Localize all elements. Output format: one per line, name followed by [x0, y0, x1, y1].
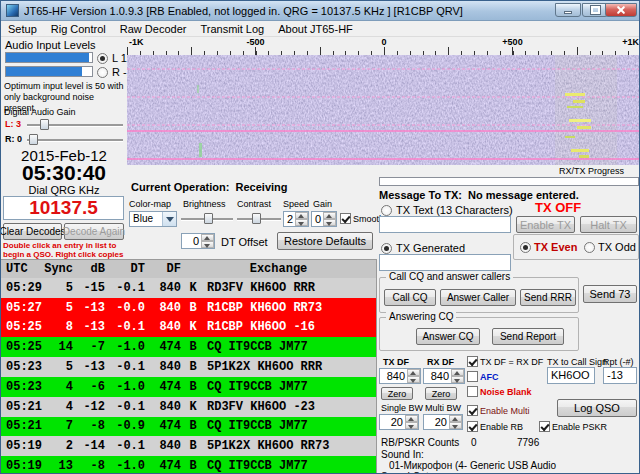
enable-rb-option[interactable]: Enable RB [467, 421, 523, 432]
multi-bw-up-icon[interactable] [449, 415, 462, 422]
noise-blank-option[interactable]: Noise Blank [467, 386, 532, 397]
gain-stepper[interactable]: 0 [311, 211, 337, 227]
log-qso-button[interactable]: Log QSO [557, 399, 637, 417]
noise-blank-checkbox[interactable] [467, 386, 478, 397]
menu-about[interactable]: About JT65-HF [271, 22, 360, 36]
contrast-slider-thumb[interactable] [252, 213, 261, 224]
dt-offset-down-icon[interactable] [201, 241, 214, 248]
halt-tx-button[interactable]: Halt TX [580, 216, 637, 233]
counts-label: RB/PSKR Counts [381, 437, 459, 448]
speed-stepper[interactable]: 2 [283, 211, 309, 227]
enable-rb-checkbox[interactable] [467, 421, 478, 432]
call-cq-group-title: Call CQ and answer callers [386, 271, 513, 283]
single-bw-stepper[interactable]: 20 [379, 414, 419, 430]
enable-multi-checkbox[interactable] [467, 405, 478, 416]
tx-text-radio[interactable] [381, 205, 392, 216]
df-link-checkbox[interactable] [467, 356, 478, 367]
tx-generated-input[interactable] [379, 254, 511, 271]
rx-df-down-icon[interactable] [451, 376, 464, 383]
restore-defaults-button[interactable]: Restore Defaults [277, 232, 373, 250]
tx-df-up-icon[interactable] [407, 369, 420, 376]
contrast-slider[interactable] [237, 212, 281, 225]
cell-mode: K [181, 281, 205, 295]
signal-region-tint [555, 55, 617, 165]
rx-df-up-icon[interactable] [451, 369, 464, 376]
tx-even-radio[interactable] [520, 242, 531, 253]
table-row[interactable]: 05:258-13-0.1840KR1CBP KH6OO -16 [1, 318, 376, 338]
enable-tx-button[interactable]: Enable TX [516, 216, 575, 233]
brightness-slider-thumb[interactable] [204, 213, 213, 224]
gain-down-icon[interactable] [323, 219, 336, 226]
tx-df-zero-button[interactable]: Zero [381, 387, 413, 400]
single-bw-up-icon[interactable] [405, 415, 418, 422]
tx-text-input[interactable] [379, 216, 511, 233]
tx-panel: RX/TX Progress Message To TX: No message… [377, 165, 640, 474]
multi-bw-down-icon[interactable] [449, 422, 462, 429]
chevron-down-icon[interactable] [162, 212, 176, 226]
channel-left-radio[interactable] [97, 53, 108, 64]
send-rrr-button[interactable]: Send RRR [520, 289, 576, 306]
table-row[interactable]: 05:192-14-0.1840B5P1K2X KH6OO RR73 [1, 436, 376, 456]
single-bw-down-icon[interactable] [405, 422, 418, 429]
channel-left-option[interactable]: L 1 [97, 52, 127, 64]
waterfall-display[interactable] [127, 55, 640, 165]
answer-caller-button[interactable]: Answer Caller [440, 289, 516, 306]
tx-odd-option[interactable]: TX Odd [584, 241, 636, 253]
clear-decodes-button[interactable]: Clear Decodes [3, 223, 62, 240]
dt-offset-stepper[interactable]: 0 [181, 233, 215, 249]
enable-pskr-option[interactable]: Enable PSKR [539, 421, 607, 432]
speed-up-icon[interactable] [295, 212, 308, 219]
smooth-checkbox[interactable] [340, 213, 351, 224]
df-link-option[interactable]: TX DF = RX DF [467, 356, 543, 367]
decode-again-button[interactable]: Decode Again [64, 223, 124, 240]
menu-raw-decoder[interactable]: Raw Decoder [113, 22, 194, 36]
minimize-button[interactable] [555, 3, 581, 17]
menu-setup[interactable]: Setup [1, 22, 44, 36]
table-row[interactable]: 05:214-12-0.1840KRD3FV KH6OO -23 [1, 397, 376, 417]
table-row[interactable]: 05:2514-7-1.0474BCQ IT9CCB JM77 [1, 337, 376, 357]
to-call-input[interactable]: KH6OO [547, 367, 595, 384]
right-gain-slider[interactable] [27, 133, 123, 146]
table-row[interactable]: 05:235-13-0.1840B5P1K2X KH6OO RRR [1, 357, 376, 377]
send-73-button[interactable]: Send 73 [583, 285, 637, 303]
rx-df-stepper[interactable]: 840 [423, 368, 465, 384]
tx-odd-radio[interactable] [584, 242, 595, 253]
multi-bw-stepper[interactable]: 20 [423, 414, 463, 430]
tx-df-stepper[interactable]: 840 [379, 368, 421, 384]
brightness-slider[interactable] [181, 212, 233, 225]
send-report-button[interactable]: Send Report [492, 328, 564, 345]
call-cq-button[interactable]: Call CQ [384, 289, 436, 306]
dial-qrg-value[interactable]: 10137.5 [3, 196, 124, 220]
rpt-input[interactable]: -13 [603, 367, 637, 384]
afc-option[interactable]: AFC [467, 371, 499, 382]
afc-checkbox[interactable] [467, 371, 478, 382]
table-row[interactable]: 05:234-6-1.0474BCQ IT9CCB JM77 [1, 377, 376, 397]
tx-text-option[interactable]: TX Text (13 Characters) [381, 204, 513, 216]
tx-generated-option[interactable]: TX Generated [381, 242, 465, 254]
colormap-select[interactable]: Blue [129, 211, 177, 227]
table-row[interactable]: 05:1913-8-1.0474BCQ IT9CCB JM77 [1, 456, 376, 474]
speed-down-icon[interactable] [295, 219, 308, 226]
left-gain-slider-thumb[interactable] [40, 119, 49, 130]
rx-df-zero-button[interactable]: Zero [425, 387, 457, 400]
table-row[interactable]: 05:295-15-0.1840KRD3FV KH6OO RRR [1, 278, 376, 298]
rb-count: 0 [471, 437, 477, 448]
gain-up-icon[interactable] [323, 212, 336, 219]
enable-multi-option[interactable]: Enable Multi [467, 405, 530, 416]
menu-rig-control[interactable]: Rig Control [44, 22, 113, 36]
close-button[interactable] [605, 3, 637, 17]
table-row[interactable]: 05:275-13-0.0840BR1CBP KH6OO RR73 [1, 298, 376, 318]
enable-pskr-checkbox[interactable] [539, 421, 550, 432]
table-row[interactable]: 05:217-8-0.9474BCQ IT9CCB JM77 [1, 417, 376, 437]
right-gain-slider-thumb[interactable] [29, 134, 38, 145]
tx-generated-radio[interactable] [381, 243, 392, 254]
tx-df-down-icon[interactable] [407, 376, 420, 383]
sound-in-value[interactable]: 01-Микрофон (4- Generic USB Audio [389, 460, 637, 471]
rx-df-value: 840 [424, 369, 451, 383]
answer-cq-button[interactable]: Answer CQ [416, 328, 480, 345]
dt-offset-up-icon[interactable] [201, 234, 214, 241]
menu-transmit-log[interactable]: Transmit Log [193, 22, 271, 36]
channel-right-radio[interactable] [97, 67, 108, 78]
left-gain-slider[interactable] [27, 118, 123, 131]
tx-even-option[interactable]: TX Even [520, 241, 577, 253]
